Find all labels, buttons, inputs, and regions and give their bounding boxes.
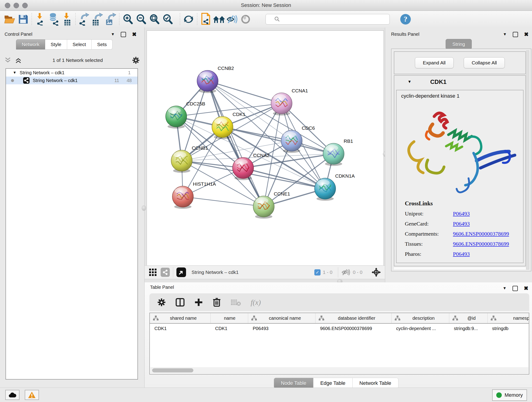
results-panel-float-icon[interactable] — [513, 32, 518, 37]
tab-sets[interactable]: Sets — [92, 39, 113, 50]
cloud-status-button[interactable] — [5, 390, 19, 400]
results-scrollbar[interactable] — [526, 51, 529, 269]
expand-all-networks-icon[interactable] — [15, 57, 23, 64]
selected-checkbox-icon[interactable]: ✓ — [314, 269, 321, 275]
column-header-database-identifier[interactable]: database identifier — [316, 313, 392, 323]
help-icon[interactable]: ? — [399, 13, 412, 26]
save-session-icon[interactable] — [17, 13, 30, 26]
first-neighbors-icon[interactable] — [199, 13, 212, 26]
network-options-gear-icon[interactable] — [132, 56, 140, 64]
control-panel-close-icon[interactable]: ✖ — [132, 31, 137, 38]
warnings-button[interactable] — [25, 390, 39, 400]
zoom-out-icon[interactable] — [134, 13, 148, 26]
crosslink-link[interactable]: 9606.ENSP00000378699 — [453, 241, 509, 247]
delete-column-icon[interactable] — [213, 298, 221, 307]
tab-style[interactable]: Style — [45, 39, 67, 50]
crosslink-link[interactable]: 9606.ENSP00000378699 — [453, 231, 509, 237]
control-panel-float-icon[interactable] — [121, 32, 126, 37]
table-panel-collapse-icon[interactable]: ▼ — [503, 286, 507, 291]
table-row[interactable]: CDK1CDK1P064939606.ENSP00000378699cyclin… — [150, 324, 529, 333]
network-edge-CCNB2-CCNE1[interactable] — [208, 81, 264, 206]
export-table-icon[interactable] — [91, 13, 104, 26]
crosslink-link[interactable]: P06493 — [453, 221, 470, 227]
column-header-name[interactable]: name — [210, 313, 248, 323]
table-cell[interactable]: CDK1 — [150, 324, 210, 333]
column-header-shared-name[interactable]: shared name — [150, 313, 210, 323]
export-network-icon[interactable] — [77, 13, 91, 26]
network-node-CCNB1[interactable]: CCNB1 — [171, 145, 208, 173]
collapse-all-networks-icon[interactable] — [5, 57, 13, 64]
tab-network[interactable]: Network — [16, 39, 45, 50]
delete-table-icon[interactable] — [230, 298, 241, 306]
tab-network-table[interactable]: Network Table — [353, 378, 399, 389]
section-expander-icon[interactable]: ▼ — [408, 80, 412, 84]
table-cell[interactable]: 9606.ENSP00000378699 — [316, 324, 392, 333]
collection-expander-icon[interactable]: ▼ — [13, 70, 17, 75]
network-edge-CCNB2-CCNA1[interactable] — [208, 81, 282, 103]
tab-edge-table[interactable]: Edge Table — [313, 378, 353, 389]
network-node-CDC6[interactable]: CDC6 — [281, 125, 315, 153]
crosslink-link[interactable]: P06493 — [453, 251, 470, 257]
results-panel-close-icon[interactable]: ✖ — [524, 31, 529, 38]
table-cell[interactable]: stringdb — [488, 324, 529, 333]
memory-button[interactable]: Memory — [492, 389, 527, 401]
control-panel-collapse-icon[interactable]: ▼ — [111, 32, 115, 37]
refresh-network-icon[interactable] — [182, 13, 195, 26]
table-panel-close-icon[interactable]: ✖ — [524, 285, 528, 292]
column-header-description[interactable]: description — [392, 313, 449, 323]
search-input[interactable] — [266, 14, 390, 25]
tab-node-table[interactable]: Node Table — [274, 378, 313, 389]
scrollbar-thumb[interactable] — [152, 368, 193, 372]
table-horizontal-scrollbar[interactable] — [150, 367, 528, 374]
column-header--id[interactable]: @id — [449, 313, 488, 323]
column-header-namespace[interactable]: namespace — [488, 313, 529, 323]
node-label-HIST1H1A: HIST1H1A — [193, 181, 216, 186]
show-grid-icon[interactable] — [149, 268, 157, 276]
network-node-CDK1[interactable]: CDK1 — [212, 112, 245, 139]
table-panel-float-icon[interactable] — [513, 286, 518, 291]
zoom-in-icon[interactable] — [121, 13, 134, 26]
home-networks-icon[interactable] — [212, 13, 226, 26]
crosslink-link[interactable]: P06493 — [453, 211, 470, 217]
node-section-header[interactable]: ▼ CDK1 — [394, 76, 525, 88]
zoom-selected-icon[interactable] — [161, 13, 174, 26]
table-cell[interactable]: P06493 — [248, 324, 316, 333]
tab-select[interactable]: Select — [67, 39, 92, 50]
birds-eye-view-icon[interactable] — [177, 268, 186, 277]
network-row[interactable]: String Network – cdk1 11 48 — [6, 77, 138, 84]
import-network-file-icon[interactable] — [34, 13, 47, 26]
column-label: shared name — [158, 316, 210, 321]
table-cell[interactable]: stringdb:9... — [449, 324, 488, 333]
network-overview-share-icon[interactable] — [161, 268, 170, 277]
import-network-database-icon[interactable] — [47, 13, 60, 26]
table-cell[interactable]: cyclin-dependent ... — [392, 324, 449, 333]
import-table-icon[interactable] — [60, 13, 74, 26]
table-cell[interactable]: CDK1 — [210, 324, 248, 333]
show-graphics-details-icon[interactable] — [239, 13, 252, 26]
network-edge-CCNB1-CDC6[interactable] — [182, 141, 292, 161]
table-settings-gear-icon[interactable] — [157, 298, 166, 307]
collapse-all-button[interactable]: Collapse All — [464, 57, 505, 68]
results-panel-collapse-icon[interactable]: ▼ — [503, 32, 507, 37]
zoom-fit-icon[interactable] — [148, 13, 161, 26]
network-node-RB1[interactable]: RB1 — [323, 138, 353, 166]
add-column-icon[interactable] — [194, 298, 203, 307]
network-canvas[interactable]: CCNB2CCNA1CDC25BCDK1CDC6RB1CCNB1CCNA2CDK… — [147, 31, 384, 266]
network-node-CCNB2[interactable]: CCNB2 — [197, 65, 234, 93]
show-columns-icon[interactable] — [176, 298, 185, 307]
network-node-CDKN1A[interactable]: CDKN1A — [315, 173, 355, 201]
apply-function-icon[interactable]: f(x) — [251, 298, 261, 307]
fit-selected-crosshair-icon[interactable] — [371, 267, 381, 277]
export-image-icon[interactable] — [104, 13, 117, 26]
left-splitter-grip[interactable] — [142, 205, 146, 211]
hide-selection-eye-icon[interactable] — [226, 13, 239, 26]
network-node-HIST1H1A[interactable]: HIST1H1A — [172, 181, 216, 209]
network-edge-CCNE1-HIST1H1A[interactable] — [183, 197, 264, 206]
tab-string[interactable]: String — [446, 39, 472, 50]
network-collection-row[interactable]: ▼ String Network – cdk1 1 — [6, 69, 138, 77]
hidden-eye-icon[interactable] — [341, 269, 351, 276]
crosslink-row: Uniprot:P06493 — [405, 211, 509, 217]
open-session-icon[interactable] — [3, 13, 17, 26]
expand-all-button[interactable]: Expand All — [415, 57, 454, 68]
column-header-canonical-name[interactable]: canonical name — [248, 313, 316, 323]
